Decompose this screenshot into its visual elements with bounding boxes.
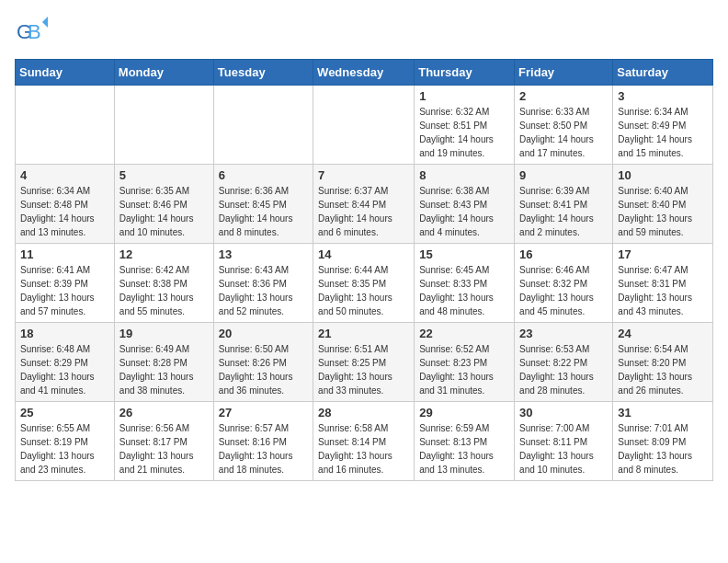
calendar-cell — [313, 86, 415, 165]
calendar-cell: 15Sunrise: 6:45 AM Sunset: 8:33 PM Dayli… — [415, 244, 515, 323]
day-info: Sunrise: 6:56 AM Sunset: 8:17 PM Dayligh… — [119, 421, 209, 477]
day-number: 17 — [618, 247, 708, 261]
day-info: Sunrise: 6:33 AM Sunset: 8:50 PM Dayligh… — [519, 105, 608, 160]
svg-text:B: B — [28, 20, 41, 43]
calendar-cell: 19Sunrise: 6:49 AM Sunset: 8:28 PM Dayli… — [114, 323, 213, 402]
day-info: Sunrise: 6:49 AM Sunset: 8:28 PM Dayligh… — [119, 342, 209, 397]
calendar-cell: 17Sunrise: 6:47 AM Sunset: 8:31 PM Dayli… — [613, 244, 713, 323]
day-info: Sunrise: 6:35 AM Sunset: 8:46 PM Dayligh… — [119, 184, 209, 239]
calendar-cell: 22Sunrise: 6:52 AM Sunset: 8:23 PM Dayli… — [415, 323, 515, 402]
day-number: 26 — [119, 406, 209, 419]
calendar-cell: 6Sunrise: 6:36 AM Sunset: 8:45 PM Daylig… — [213, 165, 313, 244]
calendar-cell: 23Sunrise: 6:53 AM Sunset: 8:22 PM Dayli… — [515, 323, 613, 402]
day-number: 19 — [119, 327, 209, 340]
calendar-cell: 20Sunrise: 6:50 AM Sunset: 8:26 PM Dayli… — [213, 323, 313, 402]
day-number: 18 — [20, 327, 109, 340]
calendar: SundayMondayTuesdayWednesdayThursdayFrid… — [15, 59, 713, 481]
day-info: Sunrise: 6:52 AM Sunset: 8:23 PM Dayligh… — [419, 342, 509, 397]
day-number: 20 — [219, 327, 308, 340]
calendar-cell: 7Sunrise: 6:37 AM Sunset: 8:44 PM Daylig… — [313, 165, 415, 244]
day-number: 1 — [419, 89, 509, 103]
day-number: 9 — [519, 168, 608, 182]
calendar-cell: 21Sunrise: 6:51 AM Sunset: 8:25 PM Dayli… — [313, 323, 415, 402]
day-number: 13 — [219, 247, 308, 261]
day-number: 8 — [419, 168, 509, 182]
day-number: 25 — [20, 406, 109, 419]
day-info: Sunrise: 6:45 AM Sunset: 8:33 PM Dayligh… — [419, 263, 509, 318]
weekday-header-saturday: Saturday — [613, 60, 713, 86]
calendar-cell: 3Sunrise: 6:34 AM Sunset: 8:49 PM Daylig… — [613, 86, 713, 165]
calendar-cell — [213, 86, 313, 165]
calendar-cell: 13Sunrise: 6:43 AM Sunset: 8:36 PM Dayli… — [213, 244, 313, 323]
day-info: Sunrise: 6:44 AM Sunset: 8:35 PM Dayligh… — [318, 263, 409, 318]
calendar-cell: 31Sunrise: 7:01 AM Sunset: 8:09 PM Dayli… — [613, 402, 713, 481]
day-info: Sunrise: 6:57 AM Sunset: 8:16 PM Dayligh… — [219, 421, 308, 477]
weekday-header-thursday: Thursday — [415, 60, 515, 86]
day-info: Sunrise: 6:37 AM Sunset: 8:44 PM Dayligh… — [318, 184, 409, 239]
calendar-cell: 27Sunrise: 6:57 AM Sunset: 8:16 PM Dayli… — [213, 402, 313, 481]
day-number: 3 — [618, 89, 708, 103]
day-number: 7 — [318, 168, 409, 182]
day-number: 2 — [519, 89, 608, 103]
calendar-cell: 4Sunrise: 6:34 AM Sunset: 8:48 PM Daylig… — [16, 165, 115, 244]
day-info: Sunrise: 6:36 AM Sunset: 8:45 PM Dayligh… — [219, 184, 308, 239]
day-info: Sunrise: 6:54 AM Sunset: 8:20 PM Dayligh… — [618, 342, 708, 397]
day-info: Sunrise: 6:32 AM Sunset: 8:51 PM Dayligh… — [419, 105, 509, 160]
day-info: Sunrise: 7:01 AM Sunset: 8:09 PM Dayligh… — [618, 421, 708, 477]
day-number: 28 — [318, 406, 409, 419]
day-info: Sunrise: 6:34 AM Sunset: 8:49 PM Dayligh… — [618, 105, 708, 160]
day-info: Sunrise: 6:39 AM Sunset: 8:41 PM Dayligh… — [519, 184, 608, 239]
calendar-cell: 14Sunrise: 6:44 AM Sunset: 8:35 PM Dayli… — [313, 244, 415, 323]
day-number: 11 — [20, 247, 109, 261]
day-number: 27 — [219, 406, 308, 419]
weekday-header-tuesday: Tuesday — [213, 60, 313, 86]
day-number: 15 — [419, 247, 509, 261]
weekday-header-friday: Friday — [515, 60, 613, 86]
day-number: 24 — [618, 327, 708, 340]
logo: G B — [15, 15, 51, 48]
day-number: 29 — [419, 406, 509, 419]
day-info: Sunrise: 6:55 AM Sunset: 8:19 PM Dayligh… — [20, 421, 109, 477]
weekday-header-row: SundayMondayTuesdayWednesdayThursdayFrid… — [16, 60, 713, 86]
calendar-cell: 24Sunrise: 6:54 AM Sunset: 8:20 PM Dayli… — [613, 323, 713, 402]
svg-marker-2 — [42, 17, 48, 28]
calendar-cell: 16Sunrise: 6:46 AM Sunset: 8:32 PM Dayli… — [515, 244, 613, 323]
day-number: 14 — [318, 247, 409, 261]
day-info: Sunrise: 7:00 AM Sunset: 8:11 PM Dayligh… — [519, 421, 608, 477]
calendar-cell: 12Sunrise: 6:42 AM Sunset: 8:38 PM Dayli… — [114, 244, 213, 323]
calendar-cell: 30Sunrise: 7:00 AM Sunset: 8:11 PM Dayli… — [515, 402, 613, 481]
weekday-header-monday: Monday — [114, 60, 213, 86]
day-info: Sunrise: 6:47 AM Sunset: 8:31 PM Dayligh… — [618, 263, 708, 318]
calendar-cell: 18Sunrise: 6:48 AM Sunset: 8:29 PM Dayli… — [16, 323, 115, 402]
day-number: 31 — [618, 406, 708, 419]
day-info: Sunrise: 6:42 AM Sunset: 8:38 PM Dayligh… — [119, 263, 209, 318]
calendar-cell: 11Sunrise: 6:41 AM Sunset: 8:39 PM Dayli… — [16, 244, 115, 323]
day-number: 22 — [419, 327, 509, 340]
day-info: Sunrise: 6:34 AM Sunset: 8:48 PM Dayligh… — [20, 184, 109, 239]
header: G B — [15, 15, 713, 48]
day-info: Sunrise: 6:50 AM Sunset: 8:26 PM Dayligh… — [219, 342, 308, 397]
calendar-cell: 1Sunrise: 6:32 AM Sunset: 8:51 PM Daylig… — [415, 86, 515, 165]
calendar-cell — [114, 86, 213, 165]
weekday-header-wednesday: Wednesday — [313, 60, 415, 86]
calendar-cell: 9Sunrise: 6:39 AM Sunset: 8:41 PM Daylig… — [515, 165, 613, 244]
day-info: Sunrise: 6:59 AM Sunset: 8:13 PM Dayligh… — [419, 421, 509, 477]
day-info: Sunrise: 6:53 AM Sunset: 8:22 PM Dayligh… — [519, 342, 608, 397]
day-info: Sunrise: 6:46 AM Sunset: 8:32 PM Dayligh… — [519, 263, 608, 318]
calendar-cell: 10Sunrise: 6:40 AM Sunset: 8:40 PM Dayli… — [613, 165, 713, 244]
calendar-week-row: 18Sunrise: 6:48 AM Sunset: 8:29 PM Dayli… — [16, 323, 713, 402]
day-number: 21 — [318, 327, 409, 340]
calendar-cell: 28Sunrise: 6:58 AM Sunset: 8:14 PM Dayli… — [313, 402, 415, 481]
day-number: 30 — [519, 406, 608, 419]
calendar-week-row: 4Sunrise: 6:34 AM Sunset: 8:48 PM Daylig… — [16, 165, 713, 244]
day-number: 16 — [519, 247, 608, 261]
day-number: 10 — [618, 168, 708, 182]
calendar-cell: 5Sunrise: 6:35 AM Sunset: 8:46 PM Daylig… — [114, 165, 213, 244]
calendar-cell — [16, 86, 115, 165]
calendar-cell: 25Sunrise: 6:55 AM Sunset: 8:19 PM Dayli… — [16, 402, 115, 481]
day-info: Sunrise: 6:43 AM Sunset: 8:36 PM Dayligh… — [219, 263, 308, 318]
day-number: 12 — [119, 247, 209, 261]
day-info: Sunrise: 6:58 AM Sunset: 8:14 PM Dayligh… — [318, 421, 409, 477]
day-number: 4 — [20, 168, 109, 182]
calendar-week-row: 11Sunrise: 6:41 AM Sunset: 8:39 PM Dayli… — [16, 244, 713, 323]
